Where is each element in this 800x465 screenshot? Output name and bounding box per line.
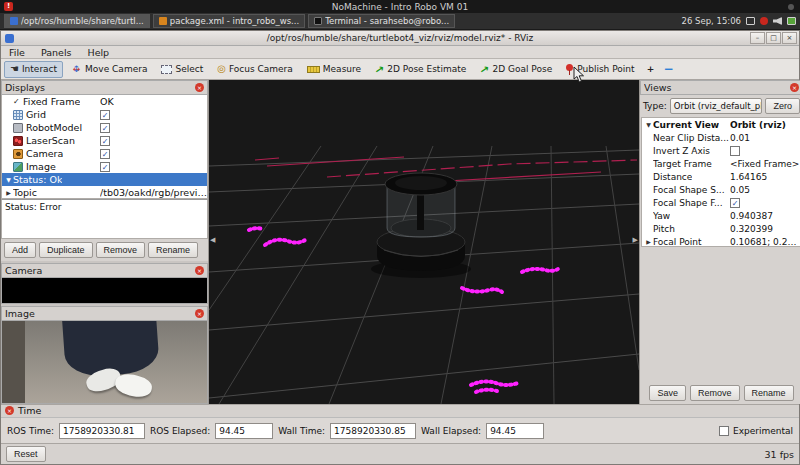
menu-file[interactable]: File xyxy=(1,46,33,59)
views-tree: ▼Current View Orbit (rviz) Near Clip Dis… xyxy=(641,117,800,247)
taskbar-window-rviz[interactable]: /opt/ros/humble/share/turtl... xyxy=(4,14,150,28)
views-panel-title: Views xyxy=(644,82,790,93)
menu-help[interactable]: Help xyxy=(79,46,117,59)
render-viewport[interactable]: ◀ ▶ xyxy=(208,80,640,404)
view-row-focal-point[interactable]: ▶Focal Point 0.10681; 0.21921; 0... xyxy=(642,235,800,247)
battery-icon[interactable] xyxy=(787,17,796,25)
save-view-button[interactable]: Save xyxy=(649,385,686,401)
display-row-status-ok[interactable]: ▼Status: Ok xyxy=(2,173,207,186)
ros-time-input[interactable] xyxy=(59,423,145,439)
collapse-right-panel-icon[interactable]: ▶ xyxy=(633,235,638,245)
remove-view-button[interactable]: Remove xyxy=(690,385,740,401)
rename-view-button[interactable]: Rename xyxy=(744,385,794,401)
tool-2d-pose-estimate[interactable]: → 2D Pose Estimate xyxy=(369,61,472,78)
camera-panel-title: Camera xyxy=(5,265,195,276)
view-row-focal-shape-fixed[interactable]: Focal Shape F... ✓ xyxy=(642,196,800,209)
add-display-button[interactable]: Add xyxy=(4,242,36,258)
remove-display-button[interactable]: Remove xyxy=(96,242,146,258)
tool-measure[interactable]: Measure xyxy=(301,61,367,78)
view-type-select[interactable]: Orbit (rviz_default_pl xyxy=(670,98,763,114)
grid-checkbox[interactable]: ✓ xyxy=(100,110,110,120)
collapse-left-panel-icon[interactable]: ◀ xyxy=(210,235,215,245)
terminal-task-icon xyxy=(314,17,322,25)
collapse-arrow-icon[interactable]: ▶ xyxy=(644,238,653,245)
wall-elapsed-input[interactable] xyxy=(486,423,544,439)
tool-2d-goal-pose[interactable]: → 2D Goal Pose xyxy=(474,61,558,78)
image-close-icon[interactable]: × xyxy=(195,309,204,318)
menu-panels[interactable]: Panels xyxy=(33,46,80,59)
display-row-fixed-frame[interactable]: ✓Fixed Frame OK xyxy=(2,95,207,108)
display-row-camera[interactable]: Camera ✓ xyxy=(2,147,207,160)
tool-interact[interactable]: ☚ Interact xyxy=(4,61,63,78)
displays-buttons: Add Duplicate Remove Rename xyxy=(1,239,208,261)
view-row-invert-z[interactable]: Invert Z Axis xyxy=(642,144,800,157)
views-panel: Views × Type: Orbit (rviz_default_pl Zer… xyxy=(640,80,800,404)
tool-move-camera[interactable]: ↔↕ Move Camera xyxy=(65,61,153,78)
laserscan-checkbox[interactable]: ✓ xyxy=(100,136,110,146)
views-panel-header[interactable]: Views × xyxy=(640,80,800,95)
experimental-checkbox[interactable] xyxy=(719,426,729,436)
wall-time-input[interactable] xyxy=(330,423,416,439)
image-display-icon xyxy=(13,162,23,172)
statusbar: Reset 31 fps xyxy=(1,443,799,464)
display-row-image[interactable]: Image ✓ xyxy=(2,160,207,173)
nomachine-titlebar: ! NoMachine - Intro Robo VM 01 xyxy=(0,0,800,13)
duplicate-display-button[interactable]: Duplicate xyxy=(39,242,93,258)
clock[interactable]: 26 Sep, 15:06 xyxy=(682,16,741,26)
display-settings-icon[interactable] xyxy=(746,17,755,25)
views-close-icon[interactable]: × xyxy=(790,83,799,92)
main-area: Displays × ✓Fixed Frame OK Grid ✓ xyxy=(1,80,799,404)
displays-panel-header[interactable]: Displays × xyxy=(1,80,208,95)
displays-close-icon[interactable]: × xyxy=(195,83,204,92)
rviz-task-icon xyxy=(10,17,18,25)
view-row-focal-shape-size[interactable]: Focal Shape S... 0.05 xyxy=(642,183,800,196)
focal-shape-checkbox[interactable]: ✓ xyxy=(730,198,740,208)
expand-arrow-icon[interactable]: ▼ xyxy=(644,121,653,128)
taskbar-window-terminal[interactable]: Terminal - sarahsebo@robo... xyxy=(308,14,455,28)
add-tool-button[interactable]: + xyxy=(643,61,659,78)
camera-checkbox[interactable]: ✓ xyxy=(100,149,110,159)
image-panel-header[interactable]: Image × xyxy=(1,306,208,321)
tool-focus-camera[interactable]: ◎ Focus Camera xyxy=(211,61,299,78)
view-row-target-frame[interactable]: Target Frame <Fixed Frame> xyxy=(642,157,800,170)
display-row-robotmodel[interactable]: RobotModel ✓ xyxy=(2,121,207,134)
tool-select[interactable]: Select xyxy=(155,61,209,78)
plus-icon: + xyxy=(647,64,655,74)
view-row-pitch[interactable]: Pitch 0.320399 xyxy=(642,222,800,235)
time-panel-fields: ROS Time: ROS Elapsed: Wall Time: Wall E… xyxy=(1,418,799,444)
taskbar-window-editor[interactable]: package.xml - intro_robo_ws... xyxy=(153,14,305,28)
maximize-button[interactable]: □ xyxy=(766,32,781,44)
zero-button[interactable]: Zero xyxy=(765,98,800,114)
time-close-icon[interactable]: × xyxy=(5,406,14,415)
ros-elapsed-input[interactable] xyxy=(215,423,273,439)
robotmodel-checkbox[interactable]: ✓ xyxy=(100,123,110,133)
remove-tool-button[interactable]: − xyxy=(661,61,677,78)
rename-display-button[interactable]: Rename xyxy=(148,242,198,258)
camera-view xyxy=(1,278,208,304)
notification-icon[interactable] xyxy=(760,17,768,25)
displays-panel: Displays × ✓Fixed Frame OK Grid ✓ xyxy=(1,80,208,261)
camera-panel-header[interactable]: Camera × xyxy=(1,263,208,278)
display-row-laserscan[interactable]: LaserScan ✓ xyxy=(2,134,207,147)
pose-estimate-icon: → xyxy=(373,62,387,76)
select-icon xyxy=(161,65,172,74)
rviz-titlebar[interactable]: /opt/ros/humble/share/turtlebot4_viz/rvi… xyxy=(1,31,799,46)
display-row-topic[interactable]: ▶Topic /tb03/oakd/rgb/preview/im... xyxy=(2,186,207,199)
view-row-distance[interactable]: Distance 1.64165 xyxy=(642,170,800,183)
package-task-icon xyxy=(159,17,167,25)
display-row-grid[interactable]: Grid ✓ xyxy=(2,108,207,121)
invert-z-checkbox[interactable] xyxy=(730,146,740,156)
volume-icon[interactable] xyxy=(773,17,782,25)
reset-button[interactable]: Reset xyxy=(6,446,46,462)
collapse-arrow-icon[interactable]: ▶ xyxy=(4,189,13,196)
close-button[interactable]: × xyxy=(782,32,797,44)
expand-arrow-icon[interactable]: ▼ xyxy=(4,176,13,183)
session-menu-icon[interactable] xyxy=(788,4,794,10)
minimize-button[interactable]: – xyxy=(750,32,765,44)
view-row-yaw[interactable]: Yaw 0.940387 xyxy=(642,209,800,222)
view-row-current-view[interactable]: ▼Current View Orbit (rviz) xyxy=(642,118,800,131)
camera-close-icon[interactable]: × xyxy=(195,266,204,275)
time-panel-header[interactable]: × Time xyxy=(1,404,799,418)
image-checkbox[interactable]: ✓ xyxy=(100,162,110,172)
view-row-near-clip[interactable]: Near Clip Dista... 0.01 xyxy=(642,131,800,144)
